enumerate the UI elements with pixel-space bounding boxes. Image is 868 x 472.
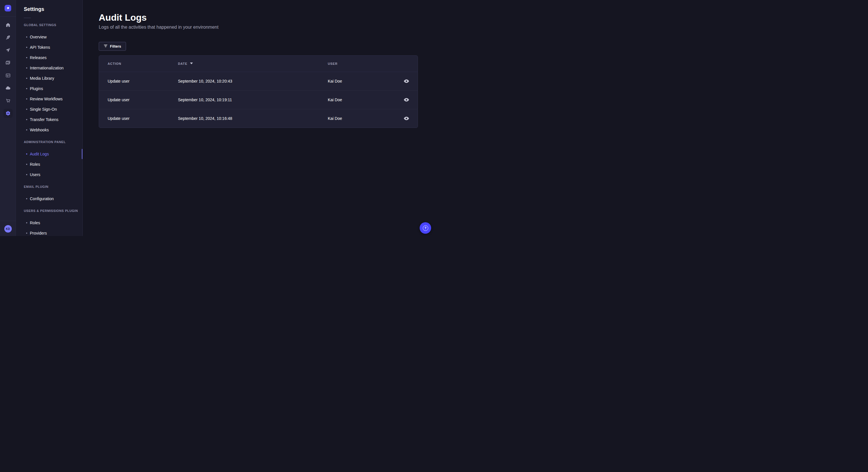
sidebar-item-admin-roles[interactable]: Roles xyxy=(17,159,82,169)
sidebar-item-admin-users[interactable]: Users xyxy=(17,169,82,180)
strapi-logo-icon[interactable] xyxy=(5,5,11,11)
sidebar-item-audit-logs[interactable]: Audit Logs xyxy=(17,149,82,159)
cart-icon[interactable] xyxy=(2,94,14,107)
section-label: ADMINISTRATION PANEL xyxy=(17,140,82,144)
section-users-permissions-plugin: USERS & PERMISSIONS PLUGIN Roles Provide… xyxy=(17,208,82,236)
sidebar-item-up-providers[interactable]: Providers xyxy=(17,228,82,236)
logo-box xyxy=(0,0,16,16)
sidebar-item-transfer-tokens[interactable]: Transfer Tokens xyxy=(17,114,82,125)
table-row: Update user September 10, 2024, 10:19:11… xyxy=(99,90,417,109)
table-row: Update user September 10, 2024, 10:16:48… xyxy=(99,109,417,128)
section-email-plugin: EMAIL PLUGIN Configuration xyxy=(17,184,82,204)
help-button[interactable]: ? xyxy=(420,222,431,234)
sidebar-item-plugins[interactable]: Plugins xyxy=(17,83,82,94)
sidebar-item-webhooks[interactable]: Webhooks xyxy=(17,125,82,135)
sidebar-item-releases[interactable]: Releases xyxy=(17,53,82,63)
view-details-eye-icon[interactable] xyxy=(403,78,410,84)
cell-date: September 10, 2024, 10:19:11 xyxy=(169,90,319,109)
media-library-icon[interactable] xyxy=(2,57,14,69)
filter-icon xyxy=(104,44,107,49)
cell-action: Update user xyxy=(99,109,169,128)
nav-icons xyxy=(2,16,14,120)
cell-date: September 10, 2024, 10:20:43 xyxy=(169,72,319,90)
user-avatar[interactable]: KD xyxy=(4,225,12,233)
audit-logs-table: ACTION DATE USER Update user September 1… xyxy=(99,56,417,128)
section-label: USERS & PERMISSIONS PLUGIN xyxy=(17,208,82,213)
table-row: Update user September 10, 2024, 10:20:43… xyxy=(99,72,417,90)
column-header-date[interactable]: DATE xyxy=(169,56,319,72)
sidebar-item-internationalization[interactable]: Internationalization xyxy=(17,63,82,73)
sidebar-item-up-roles[interactable]: Roles xyxy=(17,217,82,228)
column-header-user: USER xyxy=(319,56,392,72)
section-global-settings: GLOBAL SETTINGS Overview API Tokens Rele… xyxy=(17,23,82,135)
filters-button[interactable]: Filters xyxy=(99,42,126,51)
sidebar-item-api-tokens[interactable]: API Tokens xyxy=(17,42,82,53)
title-divider xyxy=(24,18,31,18)
page-title: Audit Logs xyxy=(99,12,418,22)
layout-builder-icon[interactable] xyxy=(2,69,14,82)
view-details-eye-icon[interactable] xyxy=(403,97,410,103)
sidebar-item-single-sign-on[interactable]: Single Sign-On xyxy=(17,104,82,114)
section-label: EMAIL PLUGIN xyxy=(17,184,82,189)
cell-user: Kai Doe xyxy=(319,109,392,128)
sidebar-item-overview[interactable]: Overview xyxy=(17,32,82,42)
sort-desc-icon xyxy=(190,63,193,64)
settings-subnav: Settings GLOBAL SETTINGS Overview API To… xyxy=(17,0,83,236)
main-content: Audit Logs Logs of all the activities th… xyxy=(83,0,434,236)
feather-content-icon[interactable] xyxy=(2,31,14,44)
cell-user: Kai Doe xyxy=(319,72,392,90)
cell-date: September 10, 2024, 10:16:48 xyxy=(169,109,319,128)
main-nav: KD xyxy=(0,0,16,236)
audit-logs-table-card: ACTION DATE USER Update user September 1… xyxy=(99,55,418,128)
sidebar-item-email-configuration[interactable]: Configuration xyxy=(17,194,82,204)
cloud-icon[interactable] xyxy=(2,82,14,94)
paper-plane-icon[interactable] xyxy=(2,44,14,57)
cell-action: Update user xyxy=(99,90,169,109)
sidebar-item-review-workflows[interactable]: Review Workflows xyxy=(17,94,82,104)
sidebar-item-media-library[interactable]: Media Library xyxy=(17,73,82,83)
view-details-eye-icon[interactable] xyxy=(403,115,410,121)
column-header-action: ACTION xyxy=(99,56,169,72)
settings-gear-icon[interactable] xyxy=(3,109,12,118)
column-header-actions xyxy=(392,56,417,72)
cell-action: Update user xyxy=(99,72,169,90)
home-icon[interactable] xyxy=(2,19,14,31)
question-circle-icon: ? xyxy=(423,225,428,231)
cell-user: Kai Doe xyxy=(319,90,392,109)
subnav-title: Settings xyxy=(17,6,82,12)
section-label: GLOBAL SETTINGS xyxy=(17,23,82,27)
section-administration-panel: ADMINISTRATION PANEL Audit Logs Roles Us… xyxy=(17,140,82,180)
nav-footer: KD xyxy=(0,221,16,236)
page-subtitle: Logs of all the activities that happened… xyxy=(99,24,418,30)
